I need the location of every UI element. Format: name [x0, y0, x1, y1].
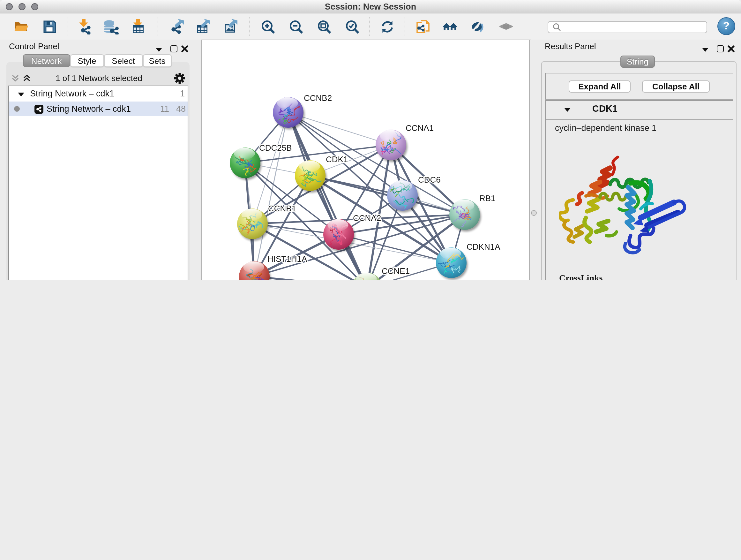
svg-text:CCNB2: CCNB2: [304, 93, 332, 103]
svg-text:CCNB1: CCNB1: [268, 203, 296, 213]
svg-text:CCNA1: CCNA1: [406, 123, 434, 132]
svg-text:CCNA2: CCNA2: [353, 213, 381, 223]
svg-text:RB1: RB1: [479, 193, 495, 203]
svg-text:CCNE1: CCNE1: [382, 266, 410, 275]
svg-text:CDKN1A: CDKN1A: [467, 242, 500, 251]
svg-text:CDK1: CDK1: [326, 154, 348, 164]
svg-text:CDC6: CDC6: [418, 175, 441, 184]
svg-text:HIST1H1A: HIST1H1A: [267, 254, 307, 263]
svg-text:CDC25B: CDC25B: [259, 143, 292, 152]
